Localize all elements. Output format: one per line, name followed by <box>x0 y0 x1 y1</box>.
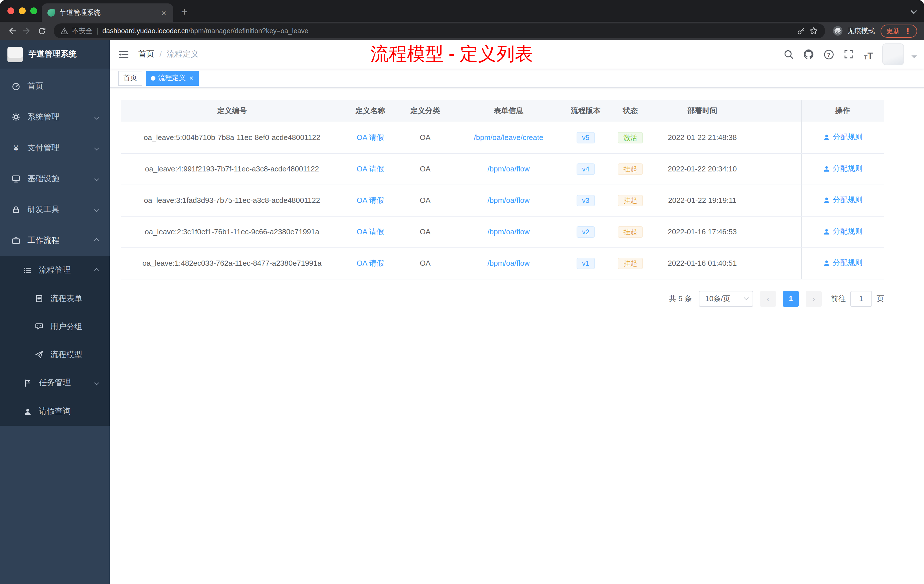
cell-deploy-time: 2022-01-22 21:48:38 <box>654 122 751 153</box>
cell-definition-id: oa_leave:4:991f2193-7b7f-11ec-a3c8-acde4… <box>121 153 343 185</box>
github-icon[interactable] <box>802 48 815 61</box>
assign-rule-button[interactable]: 分配规则 <box>823 132 863 143</box>
security-label[interactable]: 不安全 <box>72 26 92 36</box>
prev-page-button[interactable]: ‹ <box>760 290 776 307</box>
table-row: oa_leave:5:004b710b-7b8a-11ec-8ef0-acde4… <box>121 122 884 153</box>
browser-menu-icon[interactable]: ⋮ <box>904 26 911 35</box>
definition-name-link[interactable]: OA 请假 <box>356 133 384 142</box>
definition-name-link[interactable]: OA 请假 <box>356 196 384 204</box>
fullscreen-icon[interactable] <box>842 48 855 61</box>
back-button[interactable] <box>5 23 20 38</box>
user-avatar[interactable] <box>882 43 904 65</box>
form-link[interactable]: /bpm/oa/flow <box>487 196 530 205</box>
table-row: oa_leave:1:482ec033-762a-11ec-8477-a2380… <box>121 247 884 279</box>
form-link[interactable]: /bpm/oa/leave/create <box>474 133 543 142</box>
incognito-icon <box>832 25 843 36</box>
search-icon[interactable] <box>782 48 795 61</box>
url-bar[interactable]: 不安全 | dashboard.yudao.iocoder.cn/bpm/man… <box>54 23 825 38</box>
cell-definition-id: oa_leave:2:3c1f0ef1-76b1-11ec-9c66-a2380… <box>121 216 343 247</box>
monitor-icon <box>12 174 21 183</box>
sidebar-item-task-management[interactable]: 任务管理 <box>0 369 110 397</box>
browser-tab[interactable]: 芋道管理系统 × <box>42 3 173 22</box>
reload-button[interactable] <box>34 23 49 38</box>
assign-rule-button[interactable]: 分配规则 <box>823 226 863 237</box>
new-tab-button[interactable]: + <box>181 6 187 17</box>
forward-button[interactable] <box>20 23 34 38</box>
page-url[interactable]: dashboard.yudao.iocoder.cn/bpm/manager/d… <box>102 27 308 35</box>
tab-title: 芋道管理系统 <box>59 8 155 17</box>
assign-rule-button[interactable]: 分配规则 <box>823 195 863 205</box>
form-link[interactable]: /bpm/oa/flow <box>487 165 530 173</box>
version-badge: v5 <box>576 132 595 143</box>
sidebar-item-process-management[interactable]: 流程管理 <box>0 256 110 285</box>
avatar-caret-down-icon[interactable] <box>911 55 917 61</box>
version-badge: v4 <box>576 163 595 175</box>
sidebar-item-leave-query[interactable]: 请假查询 <box>0 397 110 426</box>
site-favicon-icon <box>48 9 55 16</box>
cell-category: OA <box>398 153 452 185</box>
sidebar-item-system[interactable]: 系统管理 <box>0 102 110 133</box>
sidebar-item-payment[interactable]: ¥ 支付管理 <box>0 133 110 163</box>
cell-definition-id: oa_leave:1:482ec033-762a-11ec-8477-a2380… <box>121 247 343 279</box>
assign-rule-button[interactable]: 分配规则 <box>823 164 863 174</box>
cell-category: OA <box>398 247 452 279</box>
window-zoom-button[interactable] <box>30 7 37 14</box>
tag-process-definition[interactable]: 流程定义 × <box>146 71 198 86</box>
cell-category: OA <box>398 122 452 153</box>
window-close-button[interactable] <box>7 7 14 14</box>
definition-name-link[interactable]: OA 请假 <box>356 227 384 236</box>
chrome-update-button[interactable]: 更新 ⋮ <box>881 24 917 38</box>
tab-close-icon[interactable]: × <box>160 8 167 17</box>
sidebar-item-home[interactable]: 首页 <box>0 71 110 102</box>
svg-text:?: ? <box>827 51 831 58</box>
goto-page-input[interactable] <box>850 290 872 307</box>
assign-rule-button[interactable]: 分配规则 <box>823 258 863 268</box>
chat-users-icon <box>34 322 43 331</box>
cell-deploy-time: 2022-01-22 20:34:10 <box>654 153 751 185</box>
form-link[interactable]: /bpm/oa/flow <box>487 259 530 267</box>
form-link[interactable]: /bpm/oa/flow <box>487 228 530 236</box>
cell-definition-id: oa_leave:3:1fad3d93-7b75-11ec-a3c8-acde4… <box>121 185 343 216</box>
briefcase-icon <box>12 236 21 245</box>
font-size-icon[interactable]: TT <box>862 48 875 61</box>
app-title: 芋道管理系统 <box>28 49 77 59</box>
user-icon <box>823 165 831 173</box>
chevron-down-icon <box>94 177 99 181</box>
dashboard-icon <box>12 82 21 91</box>
sidebar-item-process-form[interactable]: 流程表单 <box>0 285 110 313</box>
chevron-up-icon <box>94 238 99 243</box>
sidebar-item-workflow[interactable]: 工作流程 <box>0 225 110 256</box>
user-icon <box>823 134 831 141</box>
sidebar-item-process-model[interactable]: 流程模型 <box>0 341 110 369</box>
password-key-icon[interactable] <box>797 26 805 35</box>
chevron-down-icon <box>94 381 99 385</box>
page-number-button[interactable]: 1 <box>783 290 799 307</box>
tab-search-chevron-icon[interactable] <box>911 8 917 14</box>
tag-home[interactable]: 首页 <box>118 71 142 86</box>
sidebar-item-infrastructure[interactable]: 基础设施 <box>0 163 110 194</box>
chevron-down-icon <box>94 208 99 212</box>
yen-icon: ¥ <box>12 144 21 153</box>
next-page-button[interactable]: › <box>806 290 822 307</box>
sidebar-toggle-hamburger-icon[interactable] <box>118 49 129 60</box>
breadcrumb-home[interactable]: 首页 <box>138 49 154 59</box>
window-minimize-button[interactable] <box>19 7 26 14</box>
bookmark-star-icon[interactable] <box>809 26 818 35</box>
sidebar-item-devtools[interactable]: 研发工具 <box>0 194 110 225</box>
column-header: 定义分类 <box>398 100 452 122</box>
tag-close-icon[interactable]: × <box>189 74 193 82</box>
incognito-label: 无痕模式 <box>847 26 875 36</box>
definition-table: 定义编号 定义名称 定义分类 表单信息 流程版本 状态 部署时间 操作 <box>121 100 884 279</box>
definition-name-link[interactable]: OA 请假 <box>356 164 384 173</box>
help-icon[interactable]: ? <box>822 48 835 61</box>
pagination-goto: 前往 页 <box>831 290 884 307</box>
breadcrumb: 首页 / 流程定义 <box>138 49 199 59</box>
goto-label: 前往 <box>831 294 846 304</box>
sidebar-logo: 芋道管理系统 <box>0 40 110 69</box>
breadcrumb-current: 流程定义 <box>167 49 199 59</box>
sidebar-item-user-group[interactable]: 用户分组 <box>0 313 110 341</box>
page-size-select[interactable]: 10条/页 <box>699 290 753 307</box>
definition-name-link[interactable]: OA 请假 <box>356 259 384 267</box>
screen: 芋道管理系统 × + 不安全 | dashboard.yudao.iocoder… <box>0 0 924 584</box>
pagination: 共 5 条 10条/页 ‹ 1 › 前往 页 <box>121 290 884 307</box>
